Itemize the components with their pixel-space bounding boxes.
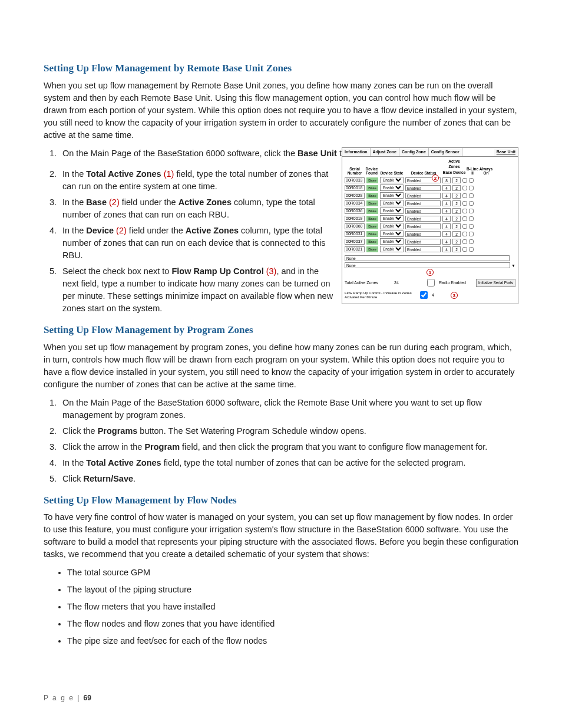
heading-sec1: Setting Up Flow Management by Remote Bas…	[44, 61, 518, 76]
serial-field	[345, 223, 365, 229]
device-zones: 2	[452, 246, 461, 252]
found-badge: Base	[366, 231, 378, 237]
intro-sec3: To have very fine control of how water i…	[44, 511, 518, 561]
base-zones: 4	[442, 246, 451, 252]
serial-field	[345, 231, 365, 237]
serial-field	[345, 200, 365, 206]
device-zones: 2	[452, 223, 461, 229]
device-zones: 2	[452, 208, 461, 214]
status-field: Enabled	[405, 216, 441, 222]
ramp-checkbox	[420, 291, 428, 299]
step2-3: Click the arrow in the Program field, an…	[59, 441, 518, 453]
bullet: The flow nodes and flow zones that you h…	[67, 618, 518, 630]
state-select: Enabled	[380, 207, 404, 214]
always-on-checkbox	[469, 224, 474, 229]
bline-checkbox	[462, 239, 467, 244]
fig-tab: Config Sensor	[429, 148, 462, 156]
heading-sec2: Setting Up Flow Management by Program Zo…	[44, 323, 518, 338]
status-field: Enabled	[405, 231, 441, 237]
serial-field	[345, 216, 365, 222]
fig-tab: Base Unit	[494, 148, 518, 156]
always-on-checkbox	[469, 232, 474, 236]
bline-checkbox	[462, 178, 467, 183]
base-zones: 4	[442, 200, 451, 206]
base-zones: 4	[442, 223, 451, 229]
bline-checkbox	[462, 247, 467, 252]
always-on-checkbox	[469, 239, 474, 244]
step2-2: Click the Programs button. The Set Water…	[59, 425, 518, 437]
status-field: Enabled	[405, 200, 441, 206]
bline-checkbox	[462, 232, 467, 236]
page-footer: P a g e | 69	[44, 693, 91, 703]
status-field: Enabled	[405, 223, 441, 229]
device-zones: 2	[452, 177, 461, 183]
state-select: Enabled	[380, 238, 404, 245]
device-zones: 2	[452, 200, 461, 206]
always-on-checkbox	[469, 216, 474, 221]
found-badge: Base	[366, 208, 378, 214]
found-badge: Base	[366, 193, 378, 199]
serial-field	[345, 177, 365, 183]
none-row: None	[345, 255, 510, 261]
intro-sec1: When you set up flow management by Remot…	[44, 80, 518, 141]
step2-1: On the Main Page of the BaseStation 6000…	[59, 397, 518, 421]
state-select: Enabled	[380, 223, 404, 229]
device-zones: 2	[452, 239, 461, 245]
always-on-checkbox	[469, 186, 474, 190]
state-select: Enabled	[380, 246, 404, 252]
always-on-checkbox	[469, 201, 474, 206]
step2-5: Click Return/Save.	[59, 473, 518, 485]
base-zones: 4	[442, 193, 451, 199]
table-row: BaseEnabledEnabled42	[342, 238, 518, 246]
found-badge: Base	[366, 177, 378, 183]
base-zones: 8	[442, 177, 451, 183]
device-zones: 2	[452, 231, 461, 237]
table-row: BaseEnabledEnabled42	[342, 246, 518, 253]
base-zones: 4	[442, 216, 451, 222]
always-on-checkbox	[469, 193, 474, 198]
bline-checkbox	[462, 193, 467, 198]
found-badge: Base	[366, 223, 378, 229]
table-row: BaseEnabledEnabled42	[342, 200, 518, 207]
none-row: None	[345, 262, 510, 268]
bullets-sec3: The total source GPM The layout of the p…	[44, 566, 518, 647]
steps-sec2: On the Main Page of the BaseStation 6000…	[44, 397, 518, 485]
table-row: BaseEnabledEnabled42	[342, 185, 518, 192]
fig-tab: Adjust Zone	[371, 148, 399, 156]
found-badge: Base	[366, 185, 378, 191]
base-unit-figure: Information Adjust Zone Config Zone Conf…	[342, 147, 518, 305]
init-ports-button: Initialize Serial Ports	[476, 279, 515, 286]
found-badge: Base	[366, 239, 378, 245]
base-zones: 4	[442, 239, 451, 245]
base-zones: 4	[442, 185, 451, 191]
step2-4: In the Total Active Zones field, type th…	[59, 457, 518, 469]
callout-3: 3	[451, 292, 458, 299]
found-badge: Base	[366, 200, 378, 206]
status-field: Enabled	[405, 208, 441, 214]
bullet: The pipe size and feet/sec for each of t…	[67, 635, 518, 647]
table-row: BaseEnabledEnabled82	[342, 177, 518, 185]
bullet: The layout of the piping structure	[67, 584, 518, 596]
bline-checkbox	[462, 201, 467, 206]
status-field: Enabled	[405, 193, 441, 199]
device-zones: 2	[452, 185, 461, 191]
step1-2: In the Total Active Zones (1) field, typ…	[59, 168, 333, 193]
heading-sec3: Setting Up Flow Management by Flow Nodes	[44, 493, 518, 508]
always-on-checkbox	[469, 209, 474, 213]
table-row: BaseEnabledEnabled42	[342, 215, 518, 223]
status-field: Enabled	[405, 185, 441, 191]
status-field: Enabled	[405, 239, 441, 245]
device-zones: 2	[452, 193, 461, 199]
state-select: Enabled	[380, 177, 404, 183]
serial-field	[345, 239, 365, 245]
status-field: Enabled	[405, 246, 441, 252]
state-select: Enabled	[380, 185, 404, 191]
base-zones: 4	[442, 231, 451, 237]
table-row: BaseEnabledEnabled42	[342, 223, 518, 230]
step1-4: In the Device (2) field under the Active…	[59, 225, 333, 262]
bline-checkbox	[462, 186, 467, 190]
bullet: The total source GPM	[67, 566, 518, 579]
found-badge: Base	[366, 216, 378, 222]
device-zones: 2	[452, 216, 461, 222]
serial-field	[345, 246, 365, 252]
